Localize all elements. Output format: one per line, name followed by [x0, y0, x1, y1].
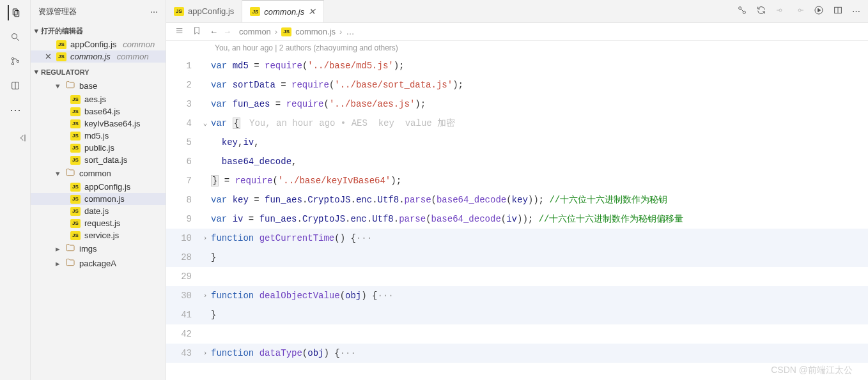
code-line[interactable]: 1var md5 = require('../base/md5.js'); [166, 56, 868, 75]
folder-item[interactable]: ▸imgs [31, 241, 166, 256]
code-line[interactable]: 43›function dataType(obj) {··· [166, 344, 868, 363]
file-tree: ▾baseJSaes.jsJSbase64.jsJSkeyIvBase64.js… [31, 79, 166, 273]
svg-line-10 [20, 138, 23, 141]
js-file-icon: JS [70, 95, 81, 104]
line-number: 2 [166, 75, 199, 95]
close-icon[interactable]: ✕ [43, 52, 52, 61]
file-item[interactable]: JSservice.js [31, 229, 166, 241]
file-item[interactable]: JSsort_data.js [31, 154, 166, 166]
more-actions-icon[interactable]: ⋯ [852, 6, 860, 16]
code-line[interactable]: 6 base64_decode, [166, 152, 868, 171]
editor-tab[interactable]: JSappConfig.js [166, 0, 242, 22]
line-number: 43 [166, 344, 199, 363]
js-file-icon: JS [70, 183, 81, 192]
code-line[interactable]: 41} [166, 305, 868, 324]
activity-bar: ⋯ [0, 0, 31, 380]
line-number: 9 [166, 209, 199, 229]
svg-point-14 [779, 9, 782, 11]
compare-icon[interactable] [737, 5, 747, 17]
nav-forward-icon[interactable]: → [223, 27, 231, 36]
search-icon[interactable] [8, 29, 23, 45]
loop-icon[interactable] [756, 5, 766, 17]
more-icon[interactable]: ⋯ [8, 102, 23, 118]
js-file-icon: JS [70, 195, 81, 204]
line-number: 1 [166, 56, 199, 75]
collapse-icon[interactable] [15, 130, 30, 146]
project-header[interactable]: ▾ REGULATORY [31, 65, 166, 79]
file-item[interactable]: JSbase64.js [31, 105, 166, 118]
js-file-icon: JS [70, 156, 81, 165]
list-icon[interactable] [174, 26, 184, 38]
fold-icon[interactable]: › [199, 286, 211, 305]
file-item[interactable]: JSappConfig.js [31, 181, 166, 193]
folder-icon [65, 80, 75, 92]
line-number: 42 [166, 324, 199, 344]
nav-back-icon[interactable]: ← [210, 27, 218, 36]
file-item[interactable]: JSpublic.js [31, 142, 166, 154]
js-file-icon: JS [174, 7, 184, 16]
svg-point-6 [17, 60, 19, 62]
sidebar-more-icon[interactable]: ⋯ [150, 8, 158, 17]
code-line[interactable]: 8var key = fun_aes.CryptoJS.enc.Utf8.par… [166, 190, 868, 209]
explorer-icon[interactable] [8, 5, 23, 20]
file-item[interactable]: JSkeyIvBase64.js [31, 118, 166, 130]
js-file-icon: JS [70, 231, 81, 240]
js-file-icon: JS [70, 219, 81, 228]
split-editor-icon[interactable] [833, 5, 843, 17]
code-line[interactable]: 9var iv = fun_aes.CryptoJS.enc.Utf8.pars… [166, 209, 868, 229]
source-control-icon[interactable] [8, 54, 23, 69]
code-editor[interactable]: 1var md5 = require('../base/md5.js');2va… [166, 56, 868, 380]
chevron-icon: ▾ [54, 82, 61, 90]
code-line[interactable]: 7} = require('../base/keyIvBase64'); [166, 171, 868, 190]
code-line[interactable]: 10›function getCurrentTime() {··· [166, 229, 868, 248]
code-line[interactable]: 3var fun_aes = require('../base/aes.js')… [166, 95, 868, 114]
line-number: 4 [166, 114, 199, 133]
js-file-icon: JS [56, 40, 66, 49]
file-item[interactable]: JSdate.js [31, 205, 166, 217]
svg-point-5 [12, 63, 13, 65]
folder-icon [65, 257, 75, 270]
code-line[interactable]: 29 [166, 267, 868, 286]
folder-item[interactable]: ▾common [31, 166, 166, 181]
folder-item[interactable]: ▸packageA [31, 256, 166, 271]
file-item[interactable]: JSaes.js [31, 93, 166, 105]
code-line[interactable]: 4⌄var {You, an hour ago • AES key value … [166, 114, 868, 133]
editor-tab[interactable]: JScommon.js✕ [242, 0, 324, 22]
sidebar-title: 资源管理器 [38, 6, 77, 17]
line-number: 6 [166, 152, 199, 171]
file-item[interactable]: JSmd5.js [31, 130, 166, 142]
open-editor-item[interactable]: JS appConfig.js common [31, 38, 166, 50]
open-editors-header[interactable]: ▾ 打开的编辑器 [31, 24, 166, 38]
line-number: 30 [166, 286, 199, 305]
run-icon[interactable] [814, 5, 824, 17]
code-line[interactable]: 28} [166, 248, 868, 267]
gitlens-annotation: You, an hour ago | 2 authors (zhaoyuming… [166, 41, 868, 56]
svg-marker-19 [818, 8, 821, 11]
open-editor-item[interactable]: ✕ JS common.js common [31, 50, 166, 63]
file-item[interactable]: JSrequest.js [31, 217, 166, 229]
line-number: 5 [166, 133, 199, 152]
js-file-icon: JS [70, 132, 81, 141]
next-change-icon[interactable] [794, 5, 805, 17]
fold-icon[interactable]: ⌄ [199, 114, 211, 133]
js-file-icon: JS [70, 119, 81, 128]
layout-icon[interactable] [8, 78, 23, 93]
line-number: 7 [166, 171, 199, 190]
code-line[interactable]: 5 key,iv, [166, 133, 868, 152]
bookmark-icon[interactable] [192, 26, 202, 38]
code-line[interactable]: 42 [166, 324, 868, 344]
js-file-icon: JS [56, 52, 66, 61]
svg-point-16 [798, 9, 801, 11]
close-icon[interactable]: ✕ [308, 6, 316, 17]
fold-icon[interactable]: › [199, 344, 211, 363]
code-line[interactable]: 2var sortData = require('../base/sort_da… [166, 75, 868, 95]
line-number: 8 [166, 190, 199, 209]
fold-icon[interactable]: › [199, 229, 211, 248]
breadcrumbs[interactable]: common › JS common.js › … [239, 27, 354, 36]
file-item[interactable]: JScommon.js [31, 193, 166, 205]
folder-item[interactable]: ▾base [31, 79, 166, 93]
svg-line-9 [20, 135, 23, 138]
code-line[interactable]: 30›function dealObjectValue(obj) {··· [166, 286, 868, 305]
svg-rect-1 [15, 11, 19, 17]
prev-change-icon[interactable] [775, 5, 786, 17]
